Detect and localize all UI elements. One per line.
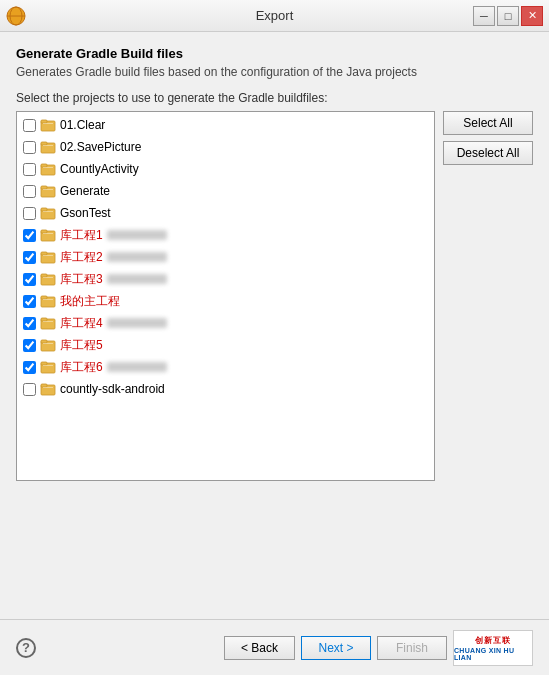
svg-rect-38 xyxy=(43,365,53,366)
svg-rect-40 xyxy=(41,384,47,387)
project-checkbox-p8[interactable] xyxy=(23,273,36,286)
title-bar: Export ─ □ ✕ xyxy=(0,0,549,32)
select-label: Select the projects to use to generate t… xyxy=(16,91,533,105)
list-item: 库工程1 xyxy=(17,224,434,246)
svg-rect-20 xyxy=(43,233,53,234)
svg-rect-28 xyxy=(41,296,47,299)
list-item: CountlyActivity xyxy=(17,158,434,180)
list-item: 库工程6 xyxy=(17,356,434,378)
branding-text-bottom: CHUANG XIN HU LIAN xyxy=(454,647,532,661)
project-name: 库工程4 xyxy=(60,315,167,332)
project-icon xyxy=(40,139,56,155)
svg-rect-14 xyxy=(43,189,53,190)
project-icon xyxy=(40,359,56,375)
svg-rect-22 xyxy=(41,252,47,255)
project-icon xyxy=(40,293,56,309)
project-name: 库工程2 xyxy=(60,249,167,266)
section-desc: Generates Gradle build files based on th… xyxy=(16,65,533,79)
svg-rect-23 xyxy=(43,255,53,256)
list-item: 库工程4 xyxy=(17,312,434,334)
list-item: 库工程2 xyxy=(17,246,434,268)
bottom-right: < Back Next > Finish 创新互联 CHUANG XIN HU … xyxy=(224,630,533,666)
project-name: 02.SavePicture xyxy=(60,140,141,154)
project-checkbox-p11[interactable] xyxy=(23,339,36,352)
title-bar-left xyxy=(6,6,26,26)
project-name: 我的主工程 xyxy=(60,293,120,310)
side-buttons: Select All Deselect All xyxy=(443,111,533,619)
svg-rect-31 xyxy=(41,318,47,321)
svg-rect-10 xyxy=(41,164,47,167)
list-item: GsonTest xyxy=(17,202,434,224)
project-icon xyxy=(40,205,56,221)
project-icon xyxy=(40,227,56,243)
content-area: 01.Clear 02.SavePicture CountlyActivity … xyxy=(16,111,533,619)
maximize-button[interactable]: □ xyxy=(497,6,519,26)
project-name: CountlyActivity xyxy=(60,162,139,176)
title-bar-buttons: ─ □ ✕ xyxy=(473,6,543,26)
svg-rect-26 xyxy=(43,277,53,278)
project-name: 库工程6 xyxy=(60,359,167,376)
svg-rect-4 xyxy=(41,120,47,123)
next-button[interactable]: Next > xyxy=(301,636,371,660)
list-item: 02.SavePicture xyxy=(17,136,434,158)
project-list[interactable]: 01.Clear 02.SavePicture CountlyActivity … xyxy=(16,111,435,481)
project-name: 库工程3 xyxy=(60,271,167,288)
project-name: 库工程1 xyxy=(60,227,167,244)
bottom-left: ? xyxy=(16,638,36,658)
project-checkbox-p6[interactable] xyxy=(23,229,36,242)
project-icon xyxy=(40,271,56,287)
svg-rect-32 xyxy=(43,321,53,322)
svg-rect-7 xyxy=(41,142,47,145)
svg-rect-8 xyxy=(43,145,53,146)
svg-rect-11 xyxy=(43,167,53,168)
minimize-button[interactable]: ─ xyxy=(473,6,495,26)
list-item: Generate xyxy=(17,180,434,202)
project-name: Generate xyxy=(60,184,110,198)
project-icon xyxy=(40,249,56,265)
project-checkbox-p10[interactable] xyxy=(23,317,36,330)
help-button[interactable]: ? xyxy=(16,638,36,658)
project-checkbox-p9[interactable] xyxy=(23,295,36,308)
project-checkbox-p4[interactable] xyxy=(23,185,36,198)
branding-text-top: 创新互联 xyxy=(475,635,511,646)
project-icon xyxy=(40,381,56,397)
deselect-all-button[interactable]: Deselect All xyxy=(443,141,533,165)
svg-rect-19 xyxy=(41,230,47,233)
project-name: countly-sdk-android xyxy=(60,382,165,396)
project-checkbox-p7[interactable] xyxy=(23,251,36,264)
list-item: 库工程3 xyxy=(17,268,434,290)
app-icon xyxy=(6,6,26,26)
list-item: 我的主工程 xyxy=(17,290,434,312)
branding-logo: 创新互联 CHUANG XIN HU LIAN xyxy=(453,630,533,666)
close-button[interactable]: ✕ xyxy=(521,6,543,26)
svg-rect-29 xyxy=(43,299,53,300)
svg-rect-41 xyxy=(43,387,53,388)
project-icon xyxy=(40,315,56,331)
select-all-button[interactable]: Select All xyxy=(443,111,533,135)
project-checkbox-p1[interactable] xyxy=(23,119,36,132)
back-button[interactable]: < Back xyxy=(224,636,295,660)
list-item: countly-sdk-android xyxy=(17,378,434,400)
project-icon xyxy=(40,337,56,353)
svg-rect-34 xyxy=(41,340,47,343)
dialog-title: Export xyxy=(0,8,549,23)
dialog-body: Generate Gradle Build files Generates Gr… xyxy=(0,32,549,619)
svg-rect-25 xyxy=(41,274,47,277)
project-name: 01.Clear xyxy=(60,118,105,132)
project-icon xyxy=(40,161,56,177)
project-checkbox-p12[interactable] xyxy=(23,361,36,374)
finish-button[interactable]: Finish xyxy=(377,636,447,660)
svg-rect-13 xyxy=(41,186,47,189)
svg-rect-37 xyxy=(41,362,47,365)
project-checkbox-p2[interactable] xyxy=(23,141,36,154)
project-checkbox-p3[interactable] xyxy=(23,163,36,176)
project-checkbox-p13[interactable] xyxy=(23,383,36,396)
list-item: 库工程5 xyxy=(17,334,434,356)
bottom-bar: ? < Back Next > Finish 创新互联 CHUANG XIN H… xyxy=(0,619,549,675)
svg-rect-16 xyxy=(41,208,47,211)
svg-rect-5 xyxy=(43,123,53,124)
project-checkbox-p5[interactable] xyxy=(23,207,36,220)
project-icon xyxy=(40,117,56,133)
project-name: 库工程5 xyxy=(60,337,103,354)
svg-rect-35 xyxy=(43,343,53,344)
